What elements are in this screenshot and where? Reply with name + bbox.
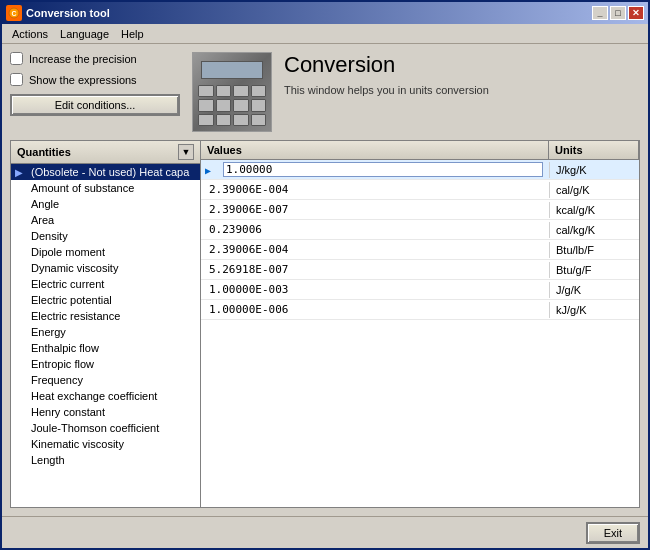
quantity-item[interactable]: Electric resistance — [11, 308, 200, 324]
value-cell: 2.39006E-007 — [201, 201, 549, 218]
units-header-label: Units — [549, 141, 639, 159]
main-window: C Conversion tool _ □ ✕ Actions Language… — [0, 0, 650, 550]
quantity-item[interactable]: Density — [11, 228, 200, 244]
quantity-item[interactable]: Enthalpic flow — [11, 340, 200, 356]
quantity-item[interactable]: Joule-Thomson coefficient — [11, 420, 200, 436]
quantity-item[interactable]: Dynamic viscosity — [11, 260, 200, 276]
quantities-list[interactable]: ▶(Obsolete - Not used) Heat capaAmount o… — [11, 164, 200, 507]
quantity-item[interactable]: Area — [11, 212, 200, 228]
quantity-item[interactable]: ▶(Obsolete - Not used) Heat capa — [11, 164, 200, 180]
menu-language[interactable]: Language — [54, 26, 115, 42]
bottom-bar: Exit — [2, 516, 648, 548]
quantity-item[interactable]: Frequency — [11, 372, 200, 388]
content-area: Increase the precision Show the expressi… — [2, 44, 648, 516]
values-section: Values Units ▶J/kg/K2.39006E-004cal/g/K2… — [201, 141, 639, 507]
exit-button[interactable]: Exit — [586, 522, 640, 544]
expressions-row: Show the expressions — [10, 73, 180, 86]
quantity-item[interactable]: Electric current — [11, 276, 200, 292]
quantity-item[interactable]: Electric potential — [11, 292, 200, 308]
quantity-item[interactable]: Length — [11, 452, 200, 468]
svg-text:C: C — [11, 10, 16, 17]
unit-cell: J/kg/K — [549, 162, 639, 178]
value-cell: 1.00000E-006 — [201, 301, 549, 318]
value-cell: 1.00000E-003 — [201, 281, 549, 298]
precision-label: Increase the precision — [29, 53, 137, 65]
quantity-item[interactable]: Henry constant — [11, 404, 200, 420]
quantity-item[interactable]: Heat exchange coefficient — [11, 388, 200, 404]
value-row[interactable]: 1.00000E-003J/g/K — [201, 280, 639, 300]
value-cell: 0.239006 — [201, 221, 549, 238]
quantities-header: Quantities ▼ — [11, 141, 200, 164]
quantities-column: Quantities ▼ ▶(Obsolete - Not used) Heat… — [11, 141, 201, 507]
quantity-item[interactable]: Kinematic viscosity — [11, 436, 200, 452]
menu-help[interactable]: Help — [115, 26, 150, 42]
unit-cell: cal/g/K — [549, 182, 639, 198]
values-header-label: Values — [201, 141, 549, 159]
quantities-sort-button[interactable]: ▼ — [178, 144, 194, 160]
expressions-checkbox[interactable] — [10, 73, 23, 86]
value-row[interactable]: ▶J/kg/K — [201, 160, 639, 180]
value-row[interactable]: 2.39006E-004cal/g/K — [201, 180, 639, 200]
menu-bar: Actions Language Help — [2, 24, 648, 44]
value-row[interactable]: 5.26918E-007Btu/g/F — [201, 260, 639, 280]
unit-cell: cal/kg/K — [549, 222, 639, 238]
precision-checkbox[interactable] — [10, 52, 23, 65]
left-panel: Increase the precision Show the expressi… — [10, 52, 180, 116]
window-title: Conversion tool — [26, 7, 592, 19]
values-rows[interactable]: ▶J/kg/K2.39006E-004cal/g/K2.39006E-007kc… — [201, 160, 639, 507]
unit-cell: kJ/g/K — [549, 302, 639, 318]
quantities-header-label: Quantities — [17, 146, 71, 158]
close-button[interactable]: ✕ — [628, 6, 644, 20]
maximize-button[interactable]: □ — [610, 6, 626, 20]
value-row[interactable]: 0.239006cal/kg/K — [201, 220, 639, 240]
value-cell: 2.39006E-004 — [201, 181, 549, 198]
unit-cell: Btu/g/F — [549, 262, 639, 278]
calculator-image — [192, 52, 272, 132]
minimize-button[interactable]: _ — [592, 6, 608, 20]
top-section: Increase the precision Show the expressi… — [10, 52, 640, 132]
table-section: Quantities ▼ ▶(Obsolete - Not used) Heat… — [10, 140, 640, 508]
quantity-item[interactable]: Entropic flow — [11, 356, 200, 372]
menu-actions[interactable]: Actions — [6, 26, 54, 42]
edit-conditions-button[interactable]: Edit conditions... — [10, 94, 180, 116]
value-row[interactable]: 2.39006E-004Btu/lb/F — [201, 240, 639, 260]
quantity-item[interactable]: Energy — [11, 324, 200, 340]
quantity-item[interactable]: Angle — [11, 196, 200, 212]
quantity-item[interactable]: Dipole moment — [11, 244, 200, 260]
unit-cell: J/g/K — [549, 282, 639, 298]
conversion-title: Conversion — [284, 52, 640, 78]
title-bar: C Conversion tool _ □ ✕ — [2, 2, 648, 24]
window-controls: _ □ ✕ — [592, 6, 644, 20]
value-input[interactable] — [223, 162, 543, 177]
conversion-info: Conversion This window helps you in unit… — [284, 52, 640, 96]
expressions-label: Show the expressions — [29, 74, 137, 86]
value-cell: 5.26918E-007 — [201, 261, 549, 278]
values-header-row: Values Units — [201, 141, 639, 160]
value-row[interactable]: 2.39006E-007kcal/g/K — [201, 200, 639, 220]
conversion-description: This window helps you in units conversio… — [284, 84, 640, 96]
value-cell: 2.39006E-004 — [201, 241, 549, 258]
header-box: Conversion This window helps you in unit… — [192, 52, 640, 132]
value-row[interactable]: 1.00000E-006kJ/g/K — [201, 300, 639, 320]
unit-cell: Btu/lb/F — [549, 242, 639, 258]
quantity-item[interactable]: Amount of substance — [11, 180, 200, 196]
value-cell: ▶ — [201, 160, 549, 179]
precision-row: Increase the precision — [10, 52, 180, 65]
unit-cell: kcal/g/K — [549, 202, 639, 218]
window-icon: C — [6, 5, 22, 21]
